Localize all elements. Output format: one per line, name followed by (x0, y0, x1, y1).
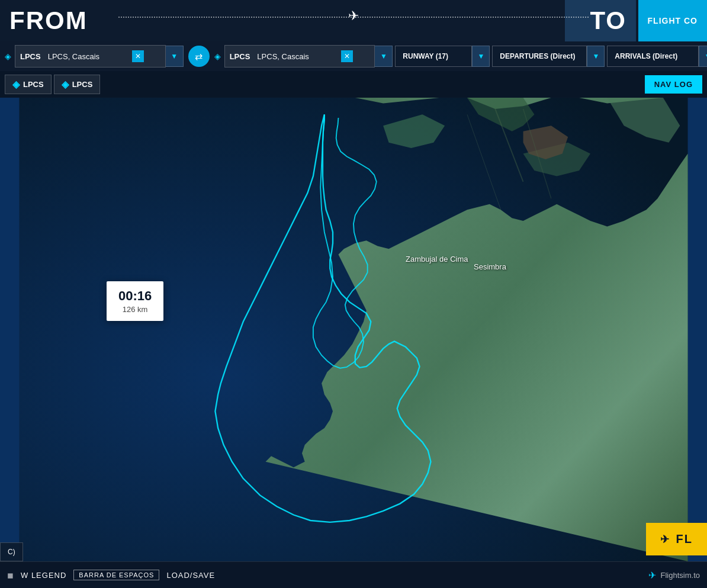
to-airport-input[interactable] (252, 46, 374, 67)
from-airport-tag[interactable]: ◈ LPCS (5, 75, 52, 94)
to-airport-code: LPCS (225, 52, 250, 61)
from-tag-icon: ◈ (12, 79, 20, 90)
map-container: Zambujal de Cima Sesimbra 00:16 126 km (0, 98, 707, 561)
plane-icon: ✈ (348, 8, 359, 24)
from-dropdown-button[interactable]: ▼ (166, 46, 184, 67)
legend-button[interactable]: W LEGEND (21, 571, 66, 580)
flight-distance: 126 km (118, 305, 152, 314)
legend-icon: ◼ (7, 571, 14, 580)
to-clear-button[interactable]: ✕ (341, 50, 353, 62)
from-tag-label: LPCS (23, 80, 44, 89)
runway-display: RUNWAY (17) (395, 46, 472, 67)
left-sidebar: C) (0, 542, 23, 561)
to-airport-icon: ◈ (214, 52, 221, 61)
from-airport-input[interactable] (43, 46, 165, 67)
swap-airports-button[interactable]: ⇄ (188, 46, 210, 67)
runway-group: RUNWAY (17) ▼ (395, 46, 490, 67)
footer: ◼ W LEGEND BARRA DE ESPAÇOS LOAD/SAVE ✈ … (0, 561, 707, 588)
flight-info-popup: 00:16 126 km (107, 281, 163, 321)
map-svg (0, 98, 707, 561)
to-airport-group: ◈ LPCS ✕ ▼ (214, 45, 393, 68)
nav-log-button[interactable]: NAV LOG (645, 75, 702, 94)
arrivals-display: ARRIVALS (Direct) (607, 46, 699, 67)
from-label: FROM (0, 0, 97, 41)
arrivals-dropdown-button[interactable]: ▼ (699, 46, 707, 67)
fly-plane-icon: ✈ (660, 533, 670, 546)
map-background: Zambujal de Cima Sesimbra 00:16 126 km (0, 98, 707, 561)
flight-time: 00:16 (118, 288, 152, 304)
runway-dropdown-button[interactable]: ▼ (472, 46, 490, 67)
to-label: TO (580, 0, 636, 41)
spacebar-button[interactable]: BARRA DE ESPAÇOS (73, 570, 159, 580)
flightsim-icon: ✈ (648, 570, 656, 581)
arrivals-group: ARRIVALS (Direct) ▼ (607, 46, 707, 67)
to-tag-label: LPCS (72, 80, 93, 89)
footer-brand: ✈ Flightsim.to (648, 570, 700, 581)
departures-group: DEPARTURES (Direct) ▼ (492, 46, 605, 67)
fly-button[interactable]: ✈ FL (646, 523, 707, 555)
departures-display: DEPARTURES (Direct) (492, 46, 587, 67)
fly-label: FL (676, 532, 693, 546)
from-airport-group: ◈ LPCS ✕ ▼ (5, 45, 184, 68)
flight-co-button[interactable]: FLIGHT CO (638, 0, 707, 41)
flightsim-brand: Flightsim.to (661, 571, 700, 580)
to-tag-icon: ◈ (62, 79, 69, 90)
departures-dropdown-button[interactable]: ▼ (587, 46, 605, 67)
from-airport-code: LPCS (15, 52, 41, 61)
sidebar-label: C) (8, 548, 15, 556)
to-airport-tag[interactable]: ◈ LPCS (54, 75, 101, 94)
to-dropdown-button[interactable]: ▼ (375, 46, 393, 67)
from-clear-button[interactable]: ✕ (132, 50, 144, 62)
load-save-button[interactable]: LOAD/SAVE (166, 571, 215, 580)
from-airport-icon: ◈ (5, 52, 11, 61)
